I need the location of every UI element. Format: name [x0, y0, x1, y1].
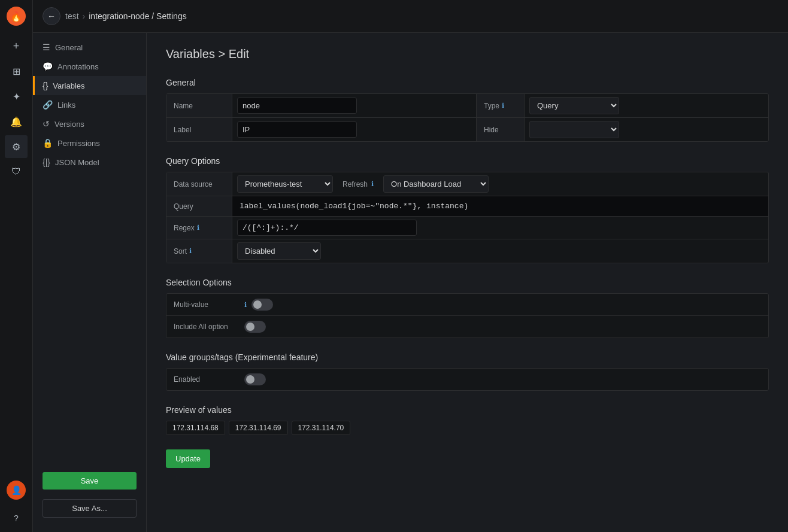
json-model-icon: {|} [43, 157, 50, 167]
multi-value-info-icon: ℹ [244, 301, 247, 309]
general-form-table: Name Type ℹ Query La [166, 93, 769, 142]
refresh-info-icon: ℹ [371, 180, 374, 188]
preview-section: Preview of values 172.31.114.68172.31.11… [166, 405, 769, 435]
sidebar-item-variables[interactable]: {} Variables [33, 76, 146, 95]
breadcrumb-current: integration-node / Settings [89, 11, 186, 21]
logo[interactable]: 🔥 [5, 5, 28, 28]
include-all-toggle[interactable] [244, 321, 266, 333]
selection-options-title: Selection Options [166, 278, 769, 287]
hide-label: Hide [477, 118, 525, 141]
sort-label: Sort ℹ [166, 239, 232, 263]
name-label: Name [166, 94, 232, 117]
query-label: Query [166, 196, 232, 216]
regex-label: Regex ℹ [166, 217, 232, 239]
sidebar-item-permissions-label: Permissions [57, 139, 100, 148]
nav-shield-icon[interactable]: 🛡 [5, 160, 28, 183]
sidebar-item-versions-label: Versions [54, 120, 84, 129]
query-input[interactable] [232, 196, 768, 216]
label-label: Label [166, 118, 232, 141]
sidebar-item-annotations[interactable]: 💬 Annotations [33, 57, 146, 76]
back-button[interactable]: ← [43, 7, 60, 25]
sidebar-item-links[interactable]: 🔗 Links [33, 95, 146, 114]
enabled-row: Enabled [166, 369, 768, 390]
breadcrumb-prefix: test [65, 11, 79, 21]
regex-info-icon: ℹ [197, 224, 199, 232]
nav-help-icon[interactable]: ? [5, 507, 28, 530]
multi-value-row: Multi-value ℹ [166, 294, 768, 316]
value-groups-section: Value groups/tags (Experimental feature)… [166, 352, 769, 391]
sidebar-item-json-model[interactable]: {|} JSON Model [33, 153, 146, 172]
sidebar-item-json-model-label: JSON Model [55, 158, 99, 167]
selection-options-table: Multi-value ℹ Include All option [166, 293, 769, 338]
selection-options-section: Selection Options Multi-value ℹ Include … [166, 278, 769, 338]
permissions-icon: 🔒 [43, 138, 53, 148]
value-groups-title: Value groups/tags (Experimental feature) [166, 352, 769, 362]
query-options-title: Query Options [166, 156, 769, 166]
include-all-label: Include All option [174, 323, 240, 331]
general-section-title: General [166, 78, 769, 87]
sidebar-item-versions[interactable]: ↺ Versions [33, 114, 146, 133]
type-select[interactable]: Query [529, 97, 619, 114]
save-button[interactable]: Save [43, 472, 137, 490]
type-label: Type ℹ [477, 94, 525, 117]
breadcrumb-separator: › [83, 11, 86, 21]
icon-sidebar: 🔥 + ⊞ ✦ 🔔 ⚙ 🛡 👤 ? [0, 0, 33, 532]
sort-row: Sort ℹ Disabled [166, 239, 768, 263]
preview-tag: 172.31.114.68 [166, 421, 225, 435]
sidebar-item-links-label: Links [57, 101, 75, 110]
nav-bell-icon[interactable]: 🔔 [5, 110, 28, 133]
refresh-select[interactable]: On Dashboard Load [383, 175, 489, 193]
sidebar-item-general[interactable]: ☰ General [33, 38, 146, 57]
enabled-toggle[interactable] [244, 373, 266, 385]
datasource-select[interactable]: Prometheus-test [237, 175, 333, 193]
general-icon: ☰ [43, 42, 50, 52]
regex-row: Regex ℹ [166, 217, 768, 239]
sidebar-item-general-label: General [55, 43, 83, 52]
sort-info-icon: ℹ [189, 247, 192, 255]
hide-select[interactable] [529, 121, 619, 138]
variables-icon: {} [43, 81, 48, 90]
value-groups-table: Enabled [166, 368, 769, 391]
sidebar-item-annotations-label: Annotations [57, 62, 99, 71]
links-icon: 🔗 [43, 100, 53, 110]
enabled-label: Enabled [174, 375, 240, 384]
label-input[interactable] [237, 121, 357, 138]
page-title: Variables > Edit [166, 47, 769, 61]
multi-value-toggle[interactable] [251, 299, 273, 311]
nav-gear-icon[interactable]: ⚙ [5, 135, 28, 158]
breadcrumb: test › integration-node / Settings [65, 11, 187, 21]
include-all-row: Include All option [166, 316, 768, 338]
query-options-section: Query Options Data source Prometheus-tes… [166, 156, 769, 263]
query-options-table: Data source Prometheus-test Refresh ℹ On… [166, 172, 769, 263]
preview-tag: 172.31.114.69 [229, 421, 288, 435]
preview-tag: 172.31.114.70 [292, 421, 351, 435]
sidebar-item-variables-label: Variables [53, 81, 84, 90]
nav-plus-icon[interactable]: + [5, 35, 28, 57]
general-section: General Name Type ℹ Query [166, 78, 769, 142]
preview-tags: 172.31.114.68172.31.114.69172.31.114.70 [166, 421, 769, 435]
label-hide-row: Label Hide [166, 118, 768, 141]
name-type-row: Name Type ℹ Query [166, 94, 768, 118]
sidebar-item-permissions[interactable]: 🔒 Permissions [33, 133, 146, 153]
preview-title: Preview of values [166, 405, 769, 415]
nav-avatar[interactable]: 👤 [7, 481, 26, 500]
type-info-icon: ℹ [502, 102, 504, 110]
query-row: Query [166, 196, 768, 217]
update-button[interactable]: Update [166, 449, 210, 468]
main-content: Variables > Edit General Name Type ℹ [147, 33, 788, 532]
regex-input[interactable] [237, 220, 417, 236]
refresh-label: Refresh [343, 180, 368, 189]
sort-select[interactable]: Disabled [237, 242, 321, 260]
datasource-label: Data source [166, 172, 232, 196]
versions-icon: ↺ [43, 119, 50, 129]
name-input[interactable] [237, 98, 357, 114]
annotations-icon: 💬 [43, 62, 53, 71]
save-as-button[interactable]: Save As... [43, 499, 137, 518]
nav-apps-icon[interactable]: ⊞ [5, 60, 28, 83]
datasource-refresh-row: Data source Prometheus-test Refresh ℹ On… [166, 172, 768, 196]
multi-value-label: Multi-value [174, 300, 240, 309]
sidebar: ☰ General 💬 Annotations {} Variables 🔗 L… [33, 33, 147, 532]
nav-compass-icon[interactable]: ✦ [5, 85, 28, 108]
